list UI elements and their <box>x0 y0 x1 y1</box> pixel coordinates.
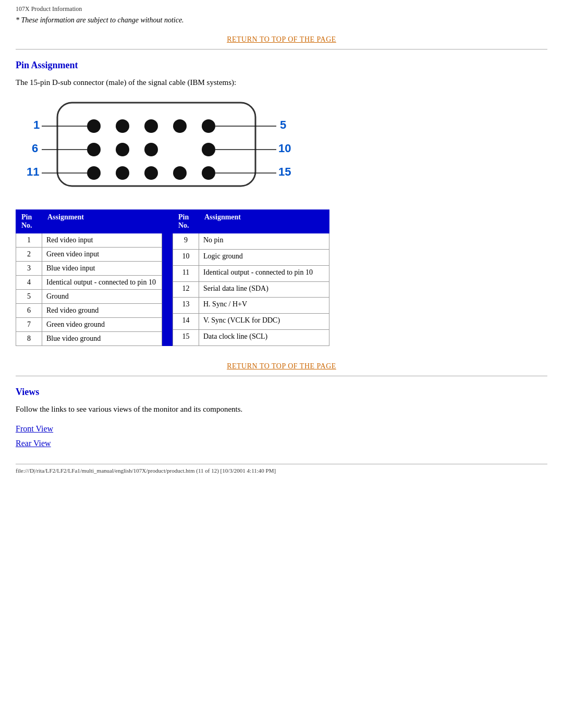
pin-number: 9 <box>173 233 199 250</box>
return-to-top-link-1[interactable]: RETURN TO TOP OF THE PAGE <box>227 35 336 43</box>
svg-point-5 <box>202 119 215 133</box>
svg-text:15: 15 <box>278 165 291 178</box>
table-row: 5Ground <box>16 290 162 304</box>
svg-text:6: 6 <box>32 142 38 155</box>
pin-number: 4 <box>16 276 42 290</box>
svg-point-12 <box>144 166 158 180</box>
table-row: 14V. Sync (VCLK for DDC) <box>173 314 329 330</box>
pin-number: 2 <box>16 248 42 262</box>
pin-number: 6 <box>16 304 42 318</box>
table-row: 11Identical output - connected to pin 10 <box>173 265 329 281</box>
connector-diagram-wrap: 1 5 6 10 11 15 <box>26 97 547 194</box>
left-header-pin: Pin No. <box>16 210 42 233</box>
pin-number: 5 <box>16 290 42 304</box>
pin-assignment-cell: Ground <box>42 290 162 304</box>
right-header-pin: Pin No. <box>173 210 199 233</box>
pin-assignment-cell: Data clock line (SCL) <box>199 330 329 346</box>
pin-number: 15 <box>173 330 199 346</box>
pin-number: 14 <box>173 314 199 330</box>
views-links-wrap: Front ViewRear View <box>16 424 547 448</box>
pin-assignment-cell: Red video input <box>42 233 162 248</box>
pin-assignment-section: Pin Assignment The 15-pin D-sub connecto… <box>16 60 547 346</box>
pin-assignment-cell: No pin <box>199 233 329 250</box>
table-row: 4Identical output - connected to pin 10 <box>16 276 162 290</box>
table-row: 9No pin <box>173 233 329 250</box>
pin-number: 3 <box>16 262 42 276</box>
views-link[interactable]: Rear View <box>16 439 547 448</box>
pin-assignment-desc: The 15-pin D-sub connector (male) of the… <box>16 78 547 87</box>
svg-point-9 <box>202 143 215 156</box>
table-row: 2Green video input <box>16 248 162 262</box>
table-row: 12Serial data line (SDA) <box>173 281 329 298</box>
svg-point-10 <box>87 166 101 180</box>
svg-point-6 <box>87 143 101 156</box>
views-link[interactable]: Front View <box>16 424 547 434</box>
svg-point-2 <box>116 119 129 133</box>
table-row: 6Red video ground <box>16 304 162 318</box>
table-row: 15Data clock line (SCL) <box>173 330 329 346</box>
svg-text:5: 5 <box>280 118 286 131</box>
pin-number: 10 <box>173 249 199 265</box>
pin-assignment-cell: Blue video input <box>42 262 162 276</box>
pin-assignment-cell: Green video ground <box>42 318 162 332</box>
divider-1 <box>16 49 547 50</box>
right-header-assignment: Assignment <box>199 210 329 233</box>
svg-text:11: 11 <box>27 165 39 178</box>
pin-number: 8 <box>16 332 42 346</box>
pin-assignment-cell: Red video ground <box>42 304 162 318</box>
browser-title: 107X Product Information <box>16 5 547 13</box>
views-section: Views Follow the links to see various vi… <box>16 387 547 448</box>
svg-point-13 <box>173 166 187 180</box>
svg-point-11 <box>116 166 129 180</box>
table-row: 1Red video input <box>16 233 162 248</box>
pin-number: 7 <box>16 318 42 332</box>
pin-assignment-cell: Green video input <box>42 248 162 262</box>
pin-assignment-cell: H. Sync / H+V <box>199 298 329 314</box>
table-row: 10Logic ground <box>173 249 329 265</box>
return-link-bottom-wrap: RETURN TO TOP OF THE PAGE <box>16 362 547 371</box>
left-pin-table: Pin No. Assignment 1Red video input2Gree… <box>16 209 162 346</box>
table-row: 13H. Sync / H+V <box>173 298 329 314</box>
svg-point-14 <box>202 166 215 180</box>
pin-number: 11 <box>173 265 199 281</box>
pin-number: 12 <box>173 281 199 298</box>
pin-assignment-cell: Blue video ground <box>42 332 162 346</box>
views-desc: Follow the links to see various views of… <box>16 405 547 414</box>
divider-2 <box>16 376 547 376</box>
right-pin-table: Pin No. Assignment 9No pin10Logic ground… <box>173 209 329 346</box>
pin-assignment-title: Pin Assignment <box>16 60 547 71</box>
connector-svg: 1 5 6 10 11 15 <box>26 97 297 194</box>
table-row: 7Green video ground <box>16 318 162 332</box>
pin-assignment-cell: Identical output - connected to pin 10 <box>199 265 329 281</box>
views-title: Views <box>16 387 547 398</box>
pin-assignment-cell: Identical output - connected to pin 10 <box>42 276 162 290</box>
return-to-top-link-2[interactable]: RETURN TO TOP OF THE PAGE <box>227 362 336 370</box>
pin-number: 1 <box>16 233 42 248</box>
svg-point-7 <box>116 143 129 156</box>
pin-assignment-cell: V. Sync (VCLK for DDC) <box>199 314 329 330</box>
notice-text: * These information are subject to chang… <box>16 16 547 24</box>
svg-point-3 <box>144 119 158 133</box>
footer: file:///D|/rita/LF2/LF2/LFa1/multi_manua… <box>16 464 547 474</box>
table-row: 8Blue video ground <box>16 332 162 346</box>
left-header-assignment: Assignment <box>42 210 162 233</box>
svg-point-1 <box>87 119 101 133</box>
pin-assignment-cell: Serial data line (SDA) <box>199 281 329 298</box>
return-link-top-wrap: RETURN TO TOP OF THE PAGE <box>16 35 547 44</box>
svg-text:1: 1 <box>33 118 40 131</box>
pin-tables-wrap: Pin No. Assignment 1Red video input2Gree… <box>16 209 547 346</box>
svg-point-4 <box>173 119 187 133</box>
svg-point-8 <box>144 143 158 156</box>
svg-text:10: 10 <box>278 142 291 155</box>
pin-number: 13 <box>173 298 199 314</box>
table-divider <box>162 209 173 346</box>
table-row: 3Blue video input <box>16 262 162 276</box>
pin-assignment-cell: Logic ground <box>199 249 329 265</box>
